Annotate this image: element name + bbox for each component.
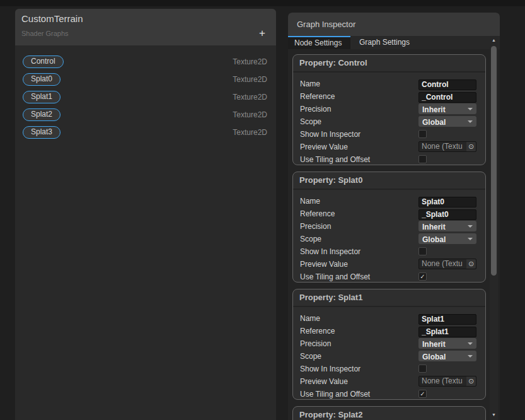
property-pill-splat0[interactable]: Splat0 <box>23 73 61 86</box>
preview-value-object-field[interactable]: None (Textu⊙ <box>418 259 476 269</box>
tab-node-settings[interactable]: Node Settings <box>288 36 350 49</box>
object-field-value: None (Textu <box>419 259 466 269</box>
object-picker-icon[interactable]: ⊙ <box>466 259 476 269</box>
scope-dropdown[interactable]: Global <box>418 351 476 361</box>
chevron-down-icon <box>468 120 473 123</box>
field-label-show-in-inspector: Show In Inspector <box>300 130 361 139</box>
property-pill-splat3[interactable]: Splat3 <box>23 126 61 139</box>
tab-graph-settings[interactable]: Graph Settings <box>350 36 420 49</box>
property-type-label: Texture2D <box>233 75 267 84</box>
graph-inspector-panel: Graph Inspector Node Settings Graph Sett… <box>288 13 500 420</box>
chevron-down-icon <box>468 238 473 240</box>
property-pill-splat1[interactable]: Splat1 <box>23 91 61 103</box>
object-picker-icon[interactable]: ⊙ <box>466 376 476 386</box>
field-label-preview-value: Preview Value <box>300 377 348 386</box>
field-label-reference: Reference <box>300 92 335 101</box>
field-label-show-in-inspector: Show In Inspector <box>300 365 361 373</box>
list-item[interactable]: Splat0 Texture2D <box>15 71 276 88</box>
dropdown-value: Inherit <box>418 105 446 114</box>
field-label-precision: Precision <box>300 105 331 114</box>
blackboard-title: CustomTerrain <box>21 13 83 24</box>
list-item[interactable]: Splat3 Texture2D <box>15 124 276 141</box>
property-section-splat1: Property: Splat1 Name Reference Precisio… <box>292 289 486 400</box>
use-tiling-checkbox[interactable]: ✓ <box>418 390 427 398</box>
section-title: Property: Control <box>293 55 485 73</box>
blackboard-property-list: Control Texture2D Splat0 Texture2D Splat… <box>15 45 276 141</box>
name-field[interactable] <box>418 314 476 325</box>
property-type-label: Texture2D <box>233 110 267 119</box>
field-label-reference: Reference <box>300 327 335 335</box>
dropdown-value: Global <box>418 235 446 244</box>
property-type-label: Texture2D <box>233 57 267 66</box>
graph-inspector-header: Graph Inspector <box>288 13 500 36</box>
property-section-splat2: Property: Splat2 <box>292 406 486 420</box>
chevron-down-icon <box>468 108 473 110</box>
show-in-inspector-checkbox[interactable] <box>418 247 427 255</box>
scope-dropdown[interactable]: Global <box>418 233 476 244</box>
section-title: Property: Splat1 <box>293 289 485 307</box>
preview-value-object-field[interactable]: None (Textu⊙ <box>418 376 476 387</box>
precision-dropdown[interactable]: Inherit <box>418 103 476 114</box>
dropdown-value: Inherit <box>418 223 446 231</box>
field-label-use-tiling: Use Tiling and Offset <box>300 272 370 281</box>
top-bar <box>0 0 525 6</box>
property-pill-splat2[interactable]: Splat2 <box>23 108 61 121</box>
show-in-inspector-checkbox[interactable] <box>418 130 427 138</box>
field-label-scope: Scope <box>300 235 321 243</box>
dropdown-value: Global <box>418 118 446 127</box>
precision-dropdown[interactable]: Inherit <box>418 221 476 231</box>
property-section-control: Property: Control Name Reference Precisi… <box>292 54 486 165</box>
property-type-label: Texture2D <box>233 128 267 137</box>
scope-dropdown[interactable]: Global <box>418 116 476 127</box>
field-label-scope: Scope <box>300 352 321 361</box>
chevron-down-icon <box>468 342 473 345</box>
object-field-value: None (Textu <box>419 376 466 386</box>
object-picker-icon[interactable]: ⊙ <box>466 142 476 151</box>
graph-inspector-title: Graph Inspector <box>297 13 355 36</box>
reference-field[interactable] <box>418 92 476 103</box>
field-label-precision: Precision <box>300 222 331 231</box>
dropdown-value: Global <box>418 353 446 361</box>
scroll-up-icon[interactable]: ▲ <box>490 36 498 44</box>
chevron-down-icon <box>468 225 473 228</box>
reference-field[interactable] <box>418 327 476 337</box>
inspector-content: Property: Control Name Reference Precisi… <box>292 49 486 420</box>
name-field[interactable] <box>418 197 476 207</box>
field-label-reference: Reference <box>300 209 335 218</box>
scroll-down-icon[interactable]: ▼ <box>490 411 498 419</box>
reference-field[interactable] <box>418 209 476 220</box>
dropdown-value: Inherit <box>418 340 446 349</box>
use-tiling-checkbox[interactable]: ✓ <box>418 272 427 281</box>
property-pill-control[interactable]: Control <box>23 55 64 68</box>
preview-value-object-field[interactable]: None (Textu⊙ <box>418 141 476 152</box>
scrollbar-thumb[interactable] <box>491 46 497 276</box>
show-in-inspector-checkbox[interactable] <box>418 365 427 373</box>
field-label-name: Name <box>300 314 320 323</box>
blackboard-panel: CustomTerrain Shader Graphs + Control Te… <box>15 9 276 420</box>
field-label-show-in-inspector: Show In Inspector <box>300 247 361 256</box>
precision-dropdown[interactable]: Inherit <box>418 338 476 349</box>
name-field[interactable] <box>418 79 476 90</box>
list-item[interactable]: Splat2 Texture2D <box>15 106 276 124</box>
section-title: Property: Splat0 <box>293 172 485 190</box>
chevron-down-icon <box>468 355 473 358</box>
use-tiling-checkbox[interactable] <box>418 155 427 163</box>
section-title: Property: Splat2 <box>293 407 485 420</box>
blackboard-subtitle: Shader Graphs <box>21 30 69 37</box>
field-label-name: Name <box>300 197 320 206</box>
property-section-splat0: Property: Splat0 Name Reference Precisio… <box>292 172 486 283</box>
list-item[interactable]: Splat1 Texture2D <box>15 88 276 106</box>
field-label-use-tiling: Use Tiling and Offset <box>300 155 370 164</box>
blackboard-header: CustomTerrain Shader Graphs + <box>15 9 276 45</box>
field-label-preview-value: Preview Value <box>300 260 348 269</box>
field-label-use-tiling: Use Tiling and Offset <box>300 390 370 399</box>
property-type-label: Texture2D <box>233 93 267 102</box>
field-label-precision: Precision <box>300 339 331 348</box>
field-label-preview-value: Preview Value <box>300 143 348 151</box>
add-property-button[interactable]: + <box>256 27 268 40</box>
field-label-scope: Scope <box>300 117 321 126</box>
object-field-value: None (Textu <box>419 142 466 151</box>
field-label-name: Name <box>300 79 320 88</box>
list-item[interactable]: Control Texture2D <box>15 53 276 71</box>
inspector-scrollbar[interactable]: ▲ ▼ <box>490 36 498 420</box>
